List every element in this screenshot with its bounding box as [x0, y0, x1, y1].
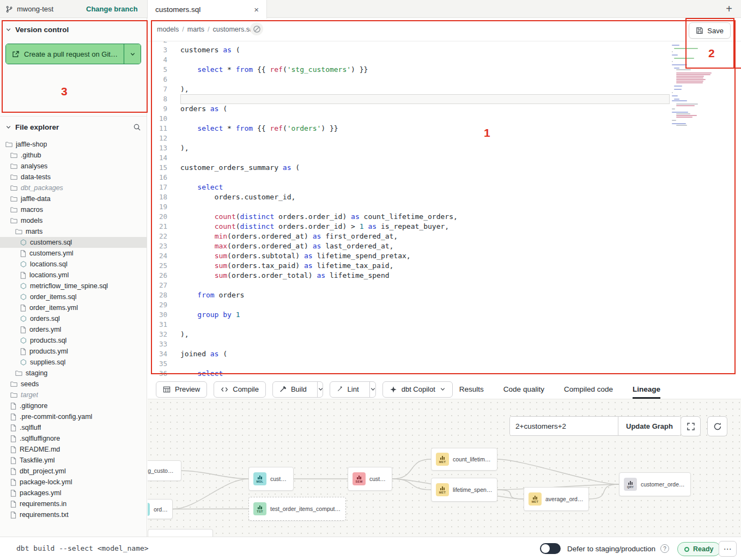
file-explorer-header[interactable]: File explorer: [0, 123, 147, 131]
code-line[interactable]: min(orders.ordered_at) as first_ordered_…: [180, 232, 670, 241]
tree-item-orders.yml[interactable]: orders.yml: [0, 324, 147, 335]
tab-code-quality[interactable]: Code quality: [503, 380, 544, 399]
tree-item-staging[interactable]: staging: [0, 368, 147, 379]
lineage-node-test_order_items_compute_to_bools…[interactable]: TSTtest_order_items_compute_to_bools…: [248, 497, 346, 521]
save-button[interactable]: Save: [689, 22, 731, 39]
lint-dropdown[interactable]: [369, 382, 376, 397]
code-line[interactable]: select: [180, 182, 670, 192]
code-line[interactable]: [180, 75, 670, 84]
code-line[interactable]: orders.customer_id,: [180, 192, 670, 202]
tree-item-models[interactable]: models: [0, 215, 147, 226]
lineage-selector-input[interactable]: [510, 417, 618, 435]
tree-item-customers.sql[interactable]: customers.sql: [0, 237, 147, 248]
info-icon[interactable]: ?: [660, 544, 669, 553]
code-line[interactable]: [180, 320, 670, 330]
tree-item-.sqlfluff[interactable]: .sqlfluff: [0, 422, 147, 433]
code-line[interactable]: ),: [180, 330, 670, 339]
lineage-node-orders[interactable]: MDLorders: [148, 499, 173, 519]
create-pull-request-button[interactable]: Create a pull request on Git…: [5, 44, 141, 64]
code-line[interactable]: [180, 281, 670, 290]
branch-selector[interactable]: mwong-test: [5, 0, 53, 18]
code-line[interactable]: from orders: [180, 290, 670, 300]
breadcrumb-part[interactable]: customers.sql: [213, 26, 255, 33]
code-line[interactable]: [180, 339, 670, 349]
code-line[interactable]: customer_orders_summary as (: [180, 163, 670, 173]
tree-item-locations.sql[interactable]: locations.sql: [0, 259, 147, 270]
code-line[interactable]: [180, 173, 670, 182]
tree-item-analyses[interactable]: analyses: [0, 161, 147, 172]
tab-compiled-code[interactable]: Compiled code: [564, 380, 613, 399]
tree-item-products.sql[interactable]: products.sql: [0, 335, 147, 346]
tree-item-orders.sql[interactable]: orders.sql: [0, 313, 147, 324]
build-button[interactable]: Build: [272, 381, 323, 398]
tab-lineage[interactable]: Lineage: [633, 380, 660, 399]
lineage-node-stg_customers[interactable]: MDLstg_customers: [148, 460, 181, 481]
tree-item-jaffle-shop[interactable]: jaffle-shop: [0, 139, 147, 150]
dbt-copilot-button[interactable]: dbt Copilot: [382, 381, 453, 398]
code-line[interactable]: ),: [180, 84, 670, 94]
code-line[interactable]: [180, 114, 670, 124]
version-control-header[interactable]: Version control: [0, 18, 147, 34]
tree-item-customers.yml[interactable]: customers.yml: [0, 248, 147, 259]
change-branch-link[interactable]: Change branch: [86, 0, 138, 18]
lineage-node-count_lifetime_orders[interactable]: METcount_lifetime_orders: [431, 448, 497, 471]
tree-item-locations.yml[interactable]: locations.yml: [0, 270, 147, 281]
build-dropdown[interactable]: [317, 382, 323, 397]
circle-slash-icon[interactable]: [250, 22, 263, 35]
tree-item-marts[interactable]: marts: [0, 226, 147, 237]
tree-item-Taskfile.yml[interactable]: Taskfile.yml: [0, 455, 147, 466]
code-line[interactable]: max(orders.ordered_at) as last_ordered_a…: [180, 241, 670, 251]
tree-item-requirements.txt[interactable]: requirements.txt: [0, 509, 147, 520]
tree-item-order_items.sql[interactable]: order_items.sql: [0, 291, 147, 302]
tree-item-README.md[interactable]: README.md: [0, 444, 147, 455]
code-line[interactable]: customers as (: [180, 45, 670, 55]
tree-item-.gitignore[interactable]: .gitignore: [0, 400, 147, 411]
tree-item-supplies.sql[interactable]: supplies.sql: [0, 357, 147, 368]
code-line[interactable]: select: [180, 369, 670, 379]
tab-close-icon[interactable]: ×: [254, 5, 259, 14]
tree-item-seeds[interactable]: seeds: [0, 379, 147, 389]
code-editor[interactable]: 2345678910111213141516171819202122232425…: [148, 41, 741, 380]
code-line[interactable]: select * from {{ ref('stg_customers') }}: [180, 65, 670, 75]
code-line[interactable]: sum(orders.tax_paid) as lifetime_tax_pai…: [180, 261, 670, 271]
lineage-node-average_order_value[interactable]: METaverage_order_value: [524, 487, 589, 511]
code-line[interactable]: select * from {{ ref('orders') }}: [180, 124, 670, 133]
tree-item-.github[interactable]: .github: [0, 150, 147, 161]
tree-item-dbt_project.yml[interactable]: dbt_project.yml: [0, 466, 147, 477]
breadcrumb-part[interactable]: models: [157, 26, 179, 33]
search-icon[interactable]: [133, 123, 141, 131]
tree-item-.sqlfluffignore[interactable]: .sqlfluffignore: [0, 433, 147, 444]
pr-button-dropdown[interactable]: [124, 44, 141, 64]
minimap[interactable]: [672, 43, 719, 126]
code-line[interactable]: [180, 153, 670, 163]
tree-item-target[interactable]: target: [0, 389, 147, 400]
lineage-node-partial[interactable]: [148, 529, 213, 537]
tree-item-.pre-commit-config.yaml[interactable]: .pre-commit-config.yaml: [0, 411, 147, 422]
code-line[interactable]: [180, 133, 670, 143]
tree-item-dbt_packages[interactable]: dbt_packages: [0, 182, 147, 193]
code-line[interactable]: group by 1: [180, 310, 670, 320]
code-line[interactable]: [180, 202, 670, 212]
code-lines[interactable]: customers as ( select * from {{ ref('stg…: [180, 41, 670, 379]
status-badge[interactable]: Ready: [677, 542, 721, 556]
code-line[interactable]: [180, 359, 670, 369]
tree-item-package-lock.yml[interactable]: package-lock.yml: [0, 477, 147, 488]
code-line[interactable]: count(distinct orders.order_id) as count…: [180, 212, 670, 222]
code-line[interactable]: count(distinct orders.order_id) > 1 as i…: [180, 222, 670, 232]
tree-item-products.yml[interactable]: products.yml: [0, 346, 147, 357]
code-line[interactable]: orders as (: [180, 104, 670, 114]
tree-item-metricflow_time_spine.sql[interactable]: metricflow_time_spine.sql: [0, 281, 147, 291]
tree-item-order_items.yml[interactable]: order_items.yml: [0, 302, 147, 313]
lineage-node-customer_order_metrics[interactable]: QRYcustomer_order_metrics: [619, 472, 691, 496]
fullscreen-button[interactable]: [681, 416, 701, 436]
more-options-button[interactable]: ⋯: [719, 541, 737, 557]
code-line-current[interactable]: [180, 94, 670, 104]
tab-customers-sql[interactable]: customers.sql ×: [147, 0, 267, 19]
code-line[interactable]: [180, 55, 670, 65]
lineage-node-lifetime_spend_pretax[interactable]: METlifetime_spend_pretax: [431, 478, 497, 502]
compile-button[interactable]: Compile: [214, 381, 266, 398]
code-line[interactable]: [180, 41, 670, 45]
defer-toggle[interactable]: [540, 543, 561, 554]
code-line[interactable]: joined as (: [180, 349, 670, 359]
update-graph-button[interactable]: Update Graph: [618, 417, 681, 435]
